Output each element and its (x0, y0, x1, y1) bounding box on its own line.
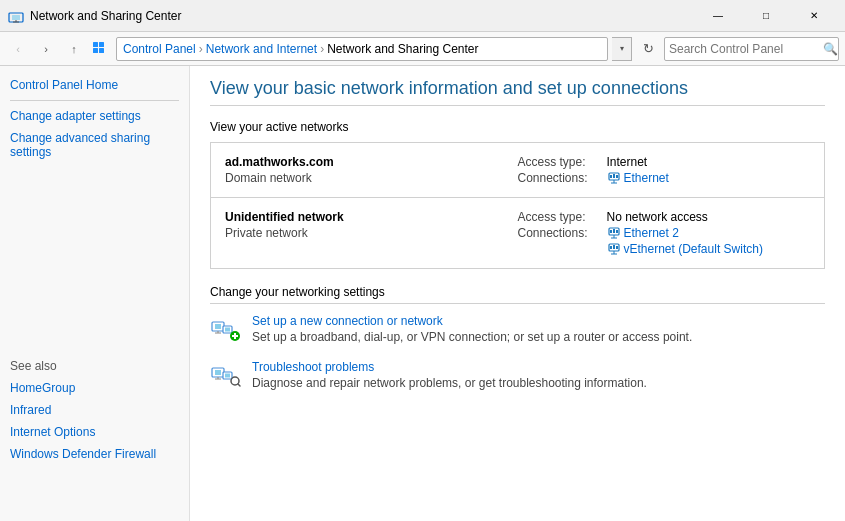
vethernet-link-label: vEthernet (Default Switch) (624, 242, 763, 256)
close-button[interactable]: ✕ (791, 0, 837, 32)
access-type-row-2: Access type: No network access (518, 210, 811, 224)
sidebar-control-panel-home[interactable]: Control Panel Home (10, 78, 179, 92)
svg-rect-23 (616, 246, 618, 249)
breadcrumb-network-internet[interactable]: Network and Internet (206, 42, 317, 56)
svg-rect-10 (613, 174, 615, 178)
troubleshoot-icon-wrap (210, 360, 242, 392)
network-name-2: Unidentified network (225, 210, 518, 224)
up-button[interactable]: ↑ (62, 37, 86, 61)
breadcrumb-control-panel[interactable]: Control Panel (123, 42, 196, 56)
access-type-label-2: Access type: (518, 210, 603, 224)
access-type-row-1: Access type: Internet (518, 155, 811, 169)
network-row-1: ad.mathworks.com Domain network Access t… (211, 143, 824, 197)
network-access-2: Access type: No network access Connectio… (518, 210, 811, 256)
connections-row-2b: vEthernet (Default Switch) (607, 242, 811, 256)
sidebar-firewall[interactable]: Windows Defender Firewall (10, 447, 179, 461)
app-icon (8, 8, 24, 24)
sidebar-infrared[interactable]: Infrared (10, 403, 179, 417)
svg-rect-36 (215, 370, 221, 375)
content-area: View your basic network information and … (190, 66, 845, 521)
search-box: 🔍 (664, 37, 839, 61)
troubleshoot-link[interactable]: Troubleshoot problems (252, 360, 647, 374)
window-controls: — □ ✕ (695, 0, 837, 32)
title-bar: Network and Sharing Center — □ ✕ (0, 0, 845, 32)
svg-rect-9 (610, 175, 612, 178)
sidebar-change-adapter[interactable]: Change adapter settings (10, 109, 179, 123)
network-info-1: ad.mathworks.com Domain network (225, 155, 518, 185)
svg-rect-16 (613, 229, 615, 233)
network-row-2: Unidentified network Private network Acc… (211, 197, 824, 268)
svg-rect-7 (99, 48, 104, 53)
troubleshoot-text: Troubleshoot problems Diagnose and repai… (252, 360, 647, 390)
forward-button[interactable]: › (34, 37, 58, 61)
svg-rect-4 (93, 42, 98, 47)
maximize-button[interactable]: □ (743, 0, 789, 32)
page-title: View your basic network information and … (210, 78, 825, 106)
refresh-button[interactable]: ↻ (636, 37, 660, 61)
svg-rect-22 (613, 245, 615, 249)
ethernet-icon-1 (607, 171, 621, 185)
new-connection-link[interactable]: Set up a new connection or network (252, 314, 692, 328)
ethernet-icon-2a (607, 226, 621, 240)
svg-rect-31 (225, 328, 230, 332)
network-type-1: Domain network (225, 171, 518, 185)
search-button[interactable]: 🔍 (823, 42, 838, 56)
breadcrumb: Control Panel › Network and Internet › N… (116, 37, 608, 61)
svg-rect-21 (610, 246, 612, 249)
breadcrumb-current: Network and Sharing Center (327, 42, 478, 56)
connections-row-1: Connections: Ethernet (518, 171, 811, 185)
sidebar: Control Panel Home Change adapter settin… (0, 66, 190, 521)
svg-line-42 (238, 384, 240, 386)
settings-section: Change your networking settings (210, 285, 825, 392)
sidebar-divider-1 (10, 100, 179, 101)
connection-vethernet[interactable]: vEthernet (Default Switch) (607, 242, 763, 256)
connections-row-2a: Connections: Ethernet 2 (518, 226, 811, 240)
breadcrumb-sep-1: › (199, 42, 203, 56)
back-button[interactable]: ‹ (6, 37, 30, 61)
svg-rect-15 (610, 230, 612, 233)
connection-ethernet2[interactable]: Ethernet 2 (607, 226, 679, 240)
svg-rect-11 (616, 175, 618, 178)
search-input[interactable] (669, 42, 819, 56)
troubleshoot-item: Troubleshoot problems Diagnose and repai… (210, 360, 825, 392)
ethernet2-link-label: Ethernet 2 (624, 226, 679, 240)
access-type-label-1: Access type: (518, 155, 603, 169)
svg-rect-6 (93, 48, 98, 53)
sidebar-homegroup[interactable]: HomeGroup (10, 381, 179, 395)
minimize-button[interactable]: — (695, 0, 741, 32)
grid-icon (90, 39, 110, 59)
sidebar-internet-options[interactable]: Internet Options (10, 425, 179, 439)
breadcrumb-sep-2: › (320, 42, 324, 56)
sidebar-change-advanced[interactable]: Change advanced sharing settings (10, 131, 179, 159)
address-bar: ‹ › ↑ Control Panel › Network and Intern… (0, 32, 845, 66)
svg-rect-5 (99, 42, 104, 47)
connections-label-2: Connections: (518, 226, 603, 240)
new-connection-icon-wrap (210, 314, 242, 346)
breadcrumb-dropdown[interactable]: ▾ (612, 37, 632, 61)
network-access-1: Access type: Internet Connections: (518, 155, 811, 185)
network-name-1: ad.mathworks.com (225, 155, 518, 169)
access-type-value-2: No network access (607, 210, 708, 224)
new-connection-icon (210, 314, 242, 346)
main-layout: Control Panel Home Change adapter settin… (0, 66, 845, 521)
network-info-2: Unidentified network Private network (225, 210, 518, 240)
change-settings-header: Change your networking settings (210, 285, 825, 304)
access-type-value-1: Internet (607, 155, 648, 169)
svg-rect-17 (616, 230, 618, 233)
svg-rect-1 (12, 15, 20, 20)
new-connection-text: Set up a new connection or network Set u… (252, 314, 692, 344)
new-connection-item: Set up a new connection or network Set u… (210, 314, 825, 346)
active-networks-header: View your active networks (210, 120, 825, 134)
new-connection-desc: Set up a broadband, dial-up, or VPN conn… (252, 330, 692, 344)
svg-rect-27 (215, 324, 221, 329)
network-type-2: Private network (225, 226, 518, 240)
see-also-title: See also (10, 359, 179, 373)
svg-rect-40 (225, 374, 230, 378)
connections-label-1: Connections: (518, 171, 603, 185)
troubleshoot-desc: Diagnose and repair network problems, or… (252, 376, 647, 390)
troubleshoot-icon (210, 360, 242, 392)
connection-ethernet[interactable]: Ethernet (607, 171, 669, 185)
ethernet-link-label: Ethernet (624, 171, 669, 185)
ethernet-icon-2b (607, 242, 621, 256)
networks-container: ad.mathworks.com Domain network Access t… (210, 142, 825, 269)
